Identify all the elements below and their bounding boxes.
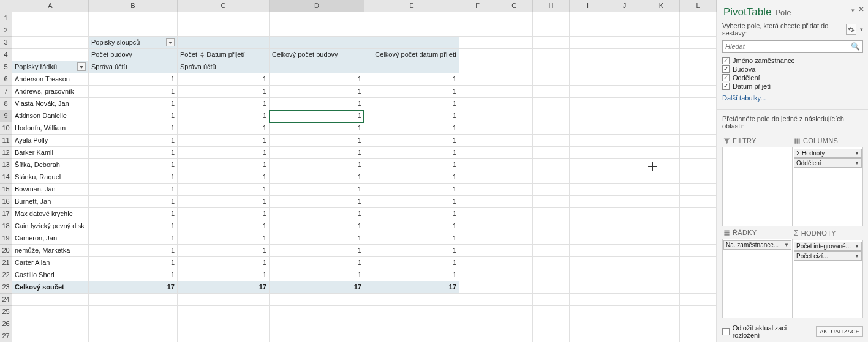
cell[interactable] xyxy=(570,306,606,318)
cell[interactable] xyxy=(496,24,533,37)
row-header[interactable]: 18 xyxy=(0,220,12,232)
cell[interactable] xyxy=(12,12,89,24)
cell[interactable] xyxy=(680,184,717,196)
search-icon[interactable]: 🔍 xyxy=(848,42,862,51)
cell[interactable]: 1 xyxy=(89,147,178,159)
cell[interactable]: 1 xyxy=(270,110,364,122)
cell[interactable]: Atkinson Danielle xyxy=(12,110,89,122)
cell[interactable]: 1 xyxy=(89,245,178,257)
cell[interactable] xyxy=(89,294,178,306)
cell[interactable] xyxy=(606,73,643,86)
checkbox[interactable] xyxy=(722,74,730,81)
cell[interactable] xyxy=(459,24,496,37)
cell[interactable] xyxy=(496,61,533,73)
cell[interactable]: 1 xyxy=(270,122,364,135)
gear-icon[interactable] xyxy=(846,24,856,35)
cell[interactable] xyxy=(680,61,717,73)
column-header[interactable]: F xyxy=(459,0,496,12)
cell[interactable] xyxy=(643,184,680,196)
cell[interactable] xyxy=(496,220,533,232)
cell[interactable]: 1 xyxy=(270,196,364,208)
cell[interactable]: Popisky řádků xyxy=(12,61,89,73)
cell[interactable] xyxy=(643,135,680,147)
cell[interactable] xyxy=(606,12,643,24)
row-header[interactable]: 4 xyxy=(0,49,12,61)
columns-zone[interactable]: COLUMNS Σ Hodnoty▼Oddělení▼ xyxy=(793,135,863,226)
cell[interactable] xyxy=(570,24,606,37)
field-item[interactable]: Budova xyxy=(722,65,863,73)
cell[interactable] xyxy=(606,306,643,318)
cell[interactable]: Celkový počet budovy xyxy=(270,49,364,61)
cell[interactable] xyxy=(496,306,533,318)
column-header[interactable]: L xyxy=(680,0,717,12)
cell[interactable] xyxy=(178,24,270,37)
cell[interactable] xyxy=(533,61,570,73)
cell[interactable] xyxy=(570,147,606,159)
dropdown-icon[interactable] xyxy=(166,38,175,46)
cell[interactable] xyxy=(12,24,89,37)
cell[interactable] xyxy=(606,110,643,122)
cell[interactable] xyxy=(533,147,570,159)
cell[interactable] xyxy=(533,135,570,147)
cell[interactable] xyxy=(680,330,717,342)
cell[interactable] xyxy=(606,135,643,147)
cell[interactable]: Ayala Polly xyxy=(12,135,89,147)
cell[interactable] xyxy=(680,171,717,184)
cell[interactable] xyxy=(570,110,606,122)
row-header[interactable]: 13 xyxy=(0,159,12,171)
cell[interactable] xyxy=(459,184,496,196)
column-header[interactable]: D xyxy=(270,0,364,12)
cell[interactable] xyxy=(680,257,717,269)
chevron-down-icon[interactable]: ▼ xyxy=(855,243,859,249)
cell[interactable] xyxy=(533,294,570,306)
cell[interactable] xyxy=(459,232,496,245)
cell[interactable] xyxy=(643,208,680,220)
cell[interactable]: 1 xyxy=(89,184,178,196)
cell[interactable] xyxy=(459,171,496,184)
cell[interactable]: 1 xyxy=(270,220,364,232)
cell[interactable]: 1 xyxy=(364,257,459,269)
cell[interactable]: 1 xyxy=(178,184,270,196)
cell[interactable] xyxy=(680,208,717,220)
column-header[interactable]: G xyxy=(496,0,533,12)
row-header[interactable]: 8 xyxy=(0,98,12,110)
cell[interactable] xyxy=(606,49,643,61)
cell[interactable] xyxy=(643,73,680,86)
cell[interactable] xyxy=(178,330,270,342)
cell[interactable]: 1 xyxy=(270,232,364,245)
cell[interactable] xyxy=(570,73,606,86)
column-header[interactable]: K xyxy=(643,0,680,12)
cell[interactable] xyxy=(606,184,643,196)
row-header[interactable]: 26 xyxy=(0,318,12,330)
dropdown-icon[interactable] xyxy=(77,62,86,71)
cell[interactable] xyxy=(680,98,717,110)
cell[interactable]: 1 xyxy=(270,184,364,196)
cell[interactable]: 1 xyxy=(178,147,270,159)
cell[interactable]: 1 xyxy=(89,86,178,98)
cell[interactable] xyxy=(270,12,364,24)
cell[interactable] xyxy=(533,159,570,171)
cell[interactable] xyxy=(533,24,570,37)
cell[interactable] xyxy=(496,86,533,98)
cell[interactable]: 1 xyxy=(89,257,178,269)
cell[interactable] xyxy=(570,184,606,196)
row-header[interactable]: 16 xyxy=(0,196,12,208)
cell[interactable]: Popisky sloupců xyxy=(89,37,178,49)
cell[interactable]: 1 xyxy=(178,159,270,171)
cell[interactable] xyxy=(533,184,570,196)
column-header[interactable] xyxy=(0,0,12,12)
cell[interactable] xyxy=(459,49,496,61)
cell[interactable] xyxy=(533,12,570,24)
row-header[interactable]: 25 xyxy=(0,306,12,318)
cell[interactable] xyxy=(459,318,496,330)
cell[interactable] xyxy=(570,330,606,342)
row-header[interactable]: 10 xyxy=(0,122,12,135)
zone-field-pill[interactable]: Σ Hodnoty▼ xyxy=(794,149,862,158)
cell[interactable] xyxy=(459,73,496,86)
cell[interactable]: 1 xyxy=(89,159,178,171)
cell[interactable]: 1 xyxy=(89,208,178,220)
zone-field-pill[interactable]: Počet integrované...▼ xyxy=(794,242,862,251)
cell[interactable] xyxy=(533,220,570,232)
row-header[interactable]: 21 xyxy=(0,257,12,269)
cell[interactable]: Burnett, Jan xyxy=(12,196,89,208)
